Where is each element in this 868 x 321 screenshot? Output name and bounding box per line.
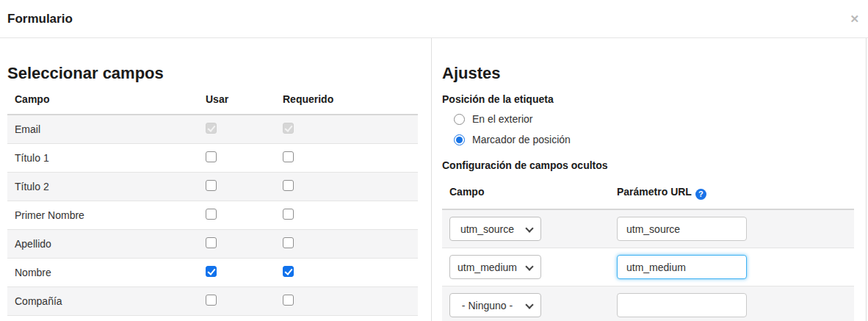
requerido-cell — [283, 237, 418, 250]
requerido-cell — [283, 266, 418, 279]
field-label: Nombre — [7, 267, 206, 278]
table-row: Apellido — [7, 230, 418, 259]
usar-cell — [206, 209, 283, 222]
radio-option: Marcador de posición — [454, 133, 854, 146]
fields-table-header: Campo Usar Requerido — [7, 83, 418, 115]
hidden-field-row: utm_source — [442, 210, 854, 248]
radio-label: En el exterior — [472, 113, 532, 125]
fields-table-body: EmailTítulo 1Título 2Primer NombreApelli… — [7, 115, 418, 316]
requerido-checkbox[interactable] — [283, 180, 294, 191]
usar-checkbox[interactable] — [206, 180, 217, 191]
radio-button[interactable] — [454, 134, 465, 145]
label-position-radio-group: En el exteriorMarcador de posición — [442, 112, 854, 146]
parametro-cell — [617, 293, 854, 317]
parametro-url-label: Parámetro URL — [617, 186, 692, 198]
parametro-cell — [617, 217, 854, 241]
campo-select-value: utm_medium — [457, 262, 517, 273]
help-icon[interactable]: ? — [695, 189, 706, 200]
url-parameter-input[interactable] — [617, 293, 747, 317]
modal-header: Formulario ✕ — [0, 0, 868, 38]
field-label: Título 2 — [7, 181, 206, 192]
settings-heading: Ajustes — [442, 63, 854, 83]
requerido-cell — [283, 209, 418, 222]
requerido-cell — [283, 180, 418, 193]
table-row: Título 2 — [7, 173, 418, 201]
field-label: Título 1 — [7, 152, 206, 164]
modal-body: Seleccionar campos Campo Usar Requerido … — [0, 38, 867, 321]
label-position-label: Posición de la etiqueta — [442, 93, 854, 105]
table-row: Nombre — [7, 259, 418, 287]
column-header-campo: Campo — [442, 186, 617, 200]
usar-checkbox[interactable] — [206, 266, 217, 277]
close-icon[interactable]: ✕ — [850, 13, 859, 24]
campo-cell: utm_medium — [442, 255, 617, 279]
campo-select-value: utm_source — [460, 223, 514, 235]
select-fields-heading: Seleccionar campos — [7, 63, 418, 83]
usar-cell — [206, 237, 283, 250]
usar-cell — [206, 151, 283, 165]
requerido-checkbox[interactable] — [283, 266, 294, 277]
requerido-checkbox — [283, 123, 294, 134]
campo-select-value: - Ninguno - — [462, 300, 513, 311]
campo-select[interactable]: utm_source — [449, 217, 541, 241]
column-header-campo: Campo — [7, 93, 206, 105]
parametro-cell — [617, 255, 854, 279]
hidden-field-row: - Ninguno - — [442, 286, 854, 321]
modal-title: Formulario — [7, 12, 73, 26]
hidden-fields-table-header: Campo Parámetro URL? — [442, 174, 854, 210]
field-label: Email — [7, 123, 206, 135]
campo-select[interactable]: utm_medium — [449, 255, 541, 279]
usar-cell — [206, 266, 283, 279]
hidden-field-row: utm_medium — [442, 248, 854, 286]
usar-checkbox[interactable] — [206, 209, 217, 220]
requerido-checkbox[interactable] — [283, 295, 294, 306]
campo-select[interactable]: - Ninguno - — [449, 293, 541, 317]
url-parameter-input[interactable] — [617, 255, 747, 279]
radio-option: En el exterior — [454, 112, 854, 126]
usar-checkbox[interactable] — [206, 151, 217, 162]
campo-cell: utm_source — [442, 217, 617, 241]
select-fields-panel: Seleccionar campos Campo Usar Requerido … — [0, 38, 432, 321]
column-header-usar: Usar — [206, 93, 283, 105]
radio-button[interactable] — [454, 114, 465, 125]
usar-checkbox — [206, 123, 217, 134]
usar-cell — [206, 295, 283, 308]
url-parameter-input[interactable] — [617, 217, 747, 241]
column-header-parametro: Parámetro URL? — [617, 186, 854, 200]
requerido-checkbox[interactable] — [283, 237, 294, 248]
field-label: Apellido — [7, 238, 206, 250]
table-row: Compañía — [7, 287, 418, 316]
radio-label: Marcador de posición — [472, 134, 571, 145]
column-header-requerido: Requerido — [283, 93, 418, 105]
usar-checkbox[interactable] — [206, 295, 217, 306]
requerido-checkbox[interactable] — [283, 209, 294, 220]
requerido-cell — [283, 123, 418, 136]
hidden-fields-label: Configuración de campos ocultos — [442, 159, 854, 171]
campo-cell: - Ninguno - — [442, 293, 617, 317]
requerido-cell — [283, 151, 418, 165]
table-row: Título 1 — [7, 144, 418, 173]
table-row: Email — [7, 115, 418, 144]
table-row: Primer Nombre — [7, 201, 418, 230]
field-label: Primer Nombre — [7, 209, 206, 221]
hidden-fields-table-body: utm_sourceutm_medium- Ninguno - — [442, 210, 854, 321]
requerido-checkbox[interactable] — [283, 151, 294, 162]
settings-panel: Ajustes Posición de la etiqueta En el ex… — [432, 38, 866, 321]
usar-checkbox[interactable] — [206, 237, 217, 248]
usar-cell — [206, 180, 283, 193]
usar-cell — [206, 123, 283, 136]
field-label: Compañía — [7, 295, 206, 307]
requerido-cell — [283, 295, 418, 308]
